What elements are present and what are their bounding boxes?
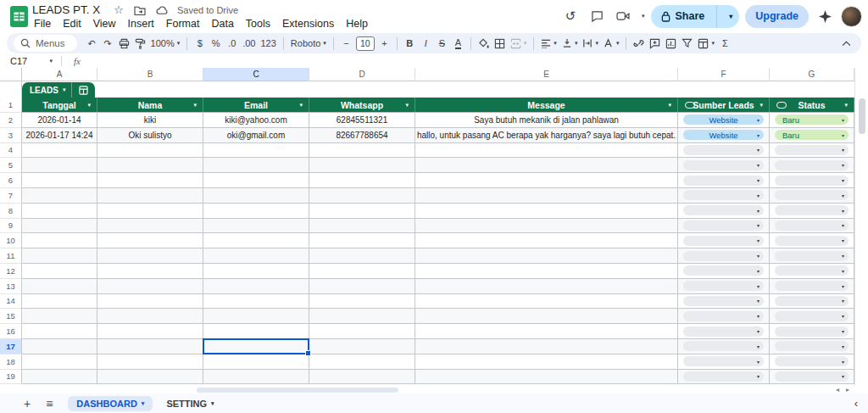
- cell-E2[interactable]: Saya butuh mekanik di jalan pahlawan: [415, 113, 678, 127]
- header-caret-icon[interactable]: ▾: [405, 102, 409, 109]
- create-filter-button[interactable]: [679, 35, 695, 52]
- cell-C14[interactable]: [203, 294, 309, 309]
- cell-B7[interactable]: [97, 188, 203, 203]
- menu-format[interactable]: Format: [160, 16, 206, 31]
- menu-data[interactable]: Data: [205, 16, 239, 31]
- cell-B19[interactable]: [97, 370, 203, 384]
- functions-button[interactable]: Σ: [717, 35, 733, 52]
- cell-E16[interactable]: [415, 324, 678, 338]
- cell-G8[interactable]: ▾: [770, 204, 854, 218]
- cell-B4[interactable]: [97, 143, 203, 158]
- menus-search[interactable]: Menus: [14, 35, 77, 52]
- cell-B13[interactable]: [97, 279, 203, 293]
- insert-comment-button[interactable]: [647, 35, 663, 52]
- cell-A5[interactable]: [22, 158, 97, 172]
- pill-caret-icon[interactable]: ▾: [757, 343, 760, 349]
- row-header-6[interactable]: 6: [0, 173, 22, 188]
- print-button[interactable]: [116, 35, 132, 52]
- star-icon[interactable]: ☆: [114, 3, 124, 16]
- pill-caret-icon[interactable]: ▾: [842, 298, 844, 304]
- comments-icon[interactable]: [587, 10, 607, 22]
- insert-link-button[interactable]: [631, 35, 647, 52]
- pill-caret-icon[interactable]: ▾: [842, 162, 844, 168]
- cell-D12[interactable]: [309, 264, 415, 278]
- selected-cell[interactable]: [203, 338, 309, 354]
- cell-D15[interactable]: [309, 309, 415, 323]
- cell-F16[interactable]: ▾: [678, 324, 770, 338]
- status-pill[interactable]: ▾: [775, 341, 849, 351]
- cell-B16[interactable]: [97, 324, 203, 338]
- status-pill[interactable]: Baru▾: [775, 130, 849, 140]
- saved-status[interactable]: Saved to Drive: [177, 5, 238, 15]
- increase-font-button[interactable]: +: [376, 35, 392, 52]
- cell-E7[interactable]: [415, 188, 678, 203]
- share-caret-icon[interactable]: ▾: [722, 13, 739, 20]
- cell-A4[interactable]: [22, 143, 97, 158]
- pill-caret-icon[interactable]: ▾: [842, 283, 844, 289]
- sumber-pill[interactable]: ▾: [683, 356, 764, 366]
- row-header-19[interactable]: 19: [0, 370, 22, 385]
- sumber-pill[interactable]: ▾: [683, 236, 764, 246]
- pill-caret-icon[interactable]: ▾: [842, 177, 844, 183]
- cell-C7[interactable]: [203, 188, 309, 203]
- name-box[interactable]: C17 ▾: [0, 56, 53, 66]
- all-sheets-icon[interactable]: ≡: [46, 397, 53, 410]
- cell-B8[interactable]: [97, 204, 203, 218]
- decrease-font-button[interactable]: −: [338, 35, 354, 52]
- cell-B6[interactable]: [97, 173, 203, 187]
- tab-dashboard-caret-icon[interactable]: ▾: [142, 400, 145, 407]
- pill-caret-icon[interactable]: ▾: [842, 117, 844, 123]
- status-pill[interactable]: ▾: [775, 145, 849, 155]
- pill-caret-icon[interactable]: ▾: [757, 208, 760, 214]
- account-avatar[interactable]: [841, 6, 862, 27]
- upgrade-button[interactable]: Upgrade: [745, 5, 809, 28]
- text-rotation-button[interactable]: ▾: [601, 35, 622, 52]
- gemini-sparkle-icon[interactable]: [815, 10, 835, 23]
- undo-button[interactable]: ↶: [84, 35, 100, 52]
- row-header-2[interactable]: 2: [0, 113, 22, 128]
- version-history-icon[interactable]: ↺: [560, 8, 581, 24]
- header-caret-icon[interactable]: ▾: [299, 102, 303, 109]
- sumber-pill[interactable]: ▾: [683, 145, 764, 155]
- cell-D16[interactable]: [309, 324, 415, 338]
- cell-B18[interactable]: [97, 354, 203, 369]
- sumber-pill[interactable]: ▾: [683, 341, 764, 351]
- column-header-F[interactable]: F: [678, 68, 770, 81]
- name-box-caret-icon[interactable]: ▾: [49, 58, 53, 64]
- menu-edit[interactable]: Edit: [57, 16, 87, 31]
- cell-B14[interactable]: [97, 294, 203, 309]
- status-pill[interactable]: ▾: [775, 190, 849, 200]
- pill-caret-icon[interactable]: ▾: [842, 313, 844, 319]
- sumber-pill[interactable]: ▾: [683, 205, 764, 215]
- select-all-corner[interactable]: [0, 68, 22, 81]
- sumber-pill[interactable]: ▾: [683, 371, 764, 382]
- header-caret-icon[interactable]: ▾: [87, 102, 91, 109]
- pill-caret-icon[interactable]: ▾: [757, 283, 760, 289]
- pill-caret-icon[interactable]: ▾: [842, 253, 844, 259]
- meet-video-icon[interactable]: [613, 11, 633, 21]
- tab-setting-caret-icon[interactable]: ▾: [211, 400, 214, 407]
- redo-button[interactable]: ↷: [100, 35, 116, 52]
- status-pill[interactable]: ▾: [775, 236, 849, 246]
- status-pill[interactable]: ▾: [775, 265, 849, 276]
- cell-F14[interactable]: ▾: [678, 294, 770, 309]
- cell-A2[interactable]: 2026-01-14: [22, 113, 97, 127]
- cell-B11[interactable]: [97, 248, 203, 263]
- collapse-toolbar-icon[interactable]: [838, 35, 854, 52]
- pill-caret-icon[interactable]: ▾: [757, 147, 760, 153]
- table-header-tanggal[interactable]: Tanggal▾: [22, 98, 97, 112]
- tab-setting[interactable]: SETTING ▾: [158, 396, 222, 411]
- status-pill[interactable]: ▾: [775, 281, 849, 291]
- cell-F4[interactable]: ▾: [678, 143, 770, 158]
- cell-D10[interactable]: [309, 233, 415, 248]
- pill-caret-icon[interactable]: ▾: [757, 298, 760, 304]
- cell-D11[interactable]: [309, 248, 415, 263]
- row-header-14[interactable]: 14: [0, 294, 22, 310]
- cell-F10[interactable]: ▾: [678, 233, 770, 248]
- column-header-D[interactable]: D: [309, 68, 415, 81]
- cell-G6[interactable]: ▾: [770, 173, 854, 187]
- cell-E15[interactable]: [415, 309, 678, 323]
- cell-D9[interactable]: [309, 219, 415, 233]
- cell-E5[interactable]: [415, 158, 678, 172]
- header-caret-icon[interactable]: ▾: [668, 102, 671, 109]
